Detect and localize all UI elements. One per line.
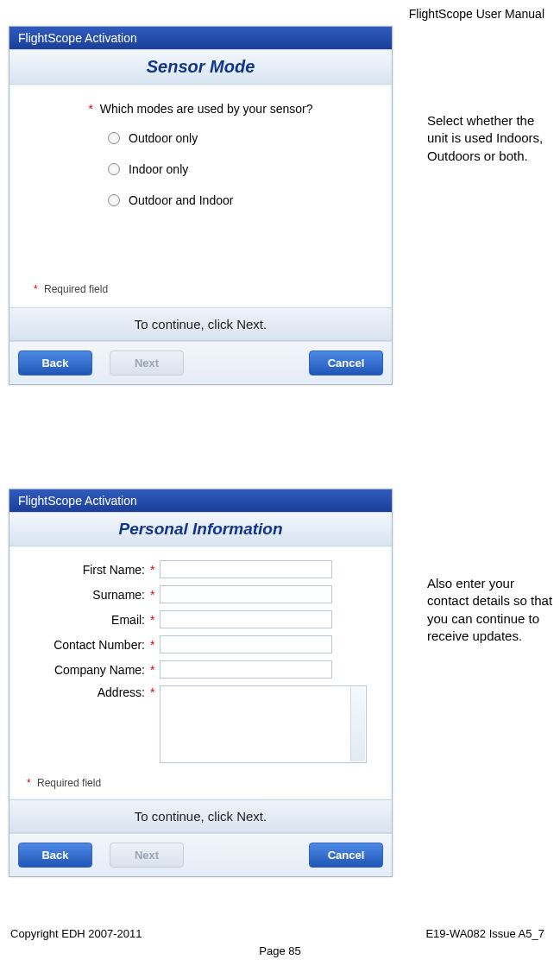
- radio-outdoor-and-indoor[interactable]: Outdoor and Indoor: [108, 193, 371, 207]
- dialog-titlebar: FlightScope Activation: [9, 27, 392, 49]
- radio-label: Outdoor only: [129, 131, 198, 145]
- label-company-name: Company Name:: [23, 663, 148, 677]
- dialog-sensor-mode: FlightScope Activation Sensor Mode * Whi…: [9, 26, 393, 385]
- required-star-icon: *: [150, 613, 154, 627]
- row-contact-number: Contact Number: *: [23, 635, 378, 653]
- input-company-name[interactable]: [160, 660, 332, 679]
- radio-icon: [108, 194, 120, 206]
- input-surname[interactable]: [160, 585, 332, 603]
- dialog-personal-info: FlightScope Activation Personal Informat…: [9, 489, 393, 877]
- required-star-icon: *: [150, 588, 154, 602]
- required-note-text: Required field: [37, 777, 101, 789]
- required-note-text: Required field: [44, 283, 108, 295]
- back-button[interactable]: Back: [18, 843, 92, 868]
- next-button[interactable]: Next: [110, 843, 184, 868]
- radio-group-sensor-mode: Outdoor only Indoor only Outdoor and Ind…: [30, 131, 371, 207]
- dialog-body: * Which modes are used by your sensor? O…: [11, 86, 390, 306]
- side-text-sensor-mode: Select whether the unit is used Indoors,…: [427, 112, 557, 165]
- button-group-left: Back Next: [18, 843, 184, 868]
- radio-label: Outdoor and Indoor: [129, 193, 233, 207]
- row-first-name: First Name: *: [23, 560, 378, 578]
- label-address: Address:: [23, 685, 148, 699]
- footer-page: Page 85: [0, 944, 560, 957]
- required-star-icon: *: [150, 663, 154, 677]
- required-star-icon: *: [150, 638, 154, 652]
- radio-icon: [108, 163, 120, 175]
- button-bar: Back Next Cancel: [9, 341, 392, 384]
- page-header: FlightScope User Manual: [409, 7, 544, 21]
- required-note: * Required field: [30, 276, 371, 299]
- label-contact-number: Contact Number:: [23, 638, 148, 652]
- sensor-mode-question: * Which modes are used by your sensor?: [30, 102, 371, 116]
- row-address: Address: *: [23, 685, 378, 763]
- required-star-icon: *: [150, 685, 154, 699]
- back-button[interactable]: Back: [18, 350, 92, 376]
- radio-icon: [108, 132, 120, 144]
- input-email[interactable]: [160, 610, 332, 628]
- cancel-button[interactable]: Cancel: [309, 350, 383, 376]
- footer-issue: E19-WA082 Issue A5_7: [425, 927, 544, 940]
- row-surname: Surname: *: [23, 585, 378, 603]
- cancel-button[interactable]: Cancel: [309, 843, 383, 868]
- form-rows: First Name: * Surname: * Email: * Contac…: [23, 560, 378, 763]
- footer-copyright: Copyright EDH 2007-2011: [10, 927, 142, 940]
- continue-bar: To continue, click Next.: [9, 799, 392, 833]
- continue-bar: To continue, click Next.: [9, 307, 392, 341]
- radio-indoor-only[interactable]: Indoor only: [108, 162, 371, 176]
- label-email: Email:: [23, 613, 148, 627]
- side-text-personal-info: Also enter your contact details so that …: [427, 575, 557, 645]
- button-bar: Back Next Cancel: [9, 833, 392, 876]
- radio-label: Indoor only: [129, 162, 188, 176]
- radio-outdoor-only[interactable]: Outdoor only: [108, 131, 371, 145]
- input-first-name[interactable]: [160, 560, 332, 578]
- input-address[interactable]: [160, 685, 367, 763]
- section-header-sensor-mode: Sensor Mode: [9, 49, 392, 85]
- button-group-left: Back Next: [18, 350, 184, 376]
- required-note: * Required field: [23, 770, 378, 792]
- required-star-icon: *: [27, 777, 31, 789]
- required-star-icon: *: [150, 563, 154, 577]
- row-sensor-mode: FlightScope Activation Sensor Mode * Whi…: [9, 26, 557, 385]
- label-first-name: First Name:: [23, 563, 148, 577]
- row-email: Email: *: [23, 610, 378, 628]
- dialog-titlebar: FlightScope Activation: [9, 489, 392, 512]
- required-star-icon: *: [88, 102, 92, 116]
- required-star-icon: *: [34, 283, 38, 295]
- label-surname: Surname:: [23, 588, 148, 602]
- row-company-name: Company Name: *: [23, 660, 378, 679]
- next-button[interactable]: Next: [110, 350, 184, 376]
- section-header-personal-info: Personal Information: [9, 512, 392, 546]
- row-personal-info: FlightScope Activation Personal Informat…: [9, 489, 557, 877]
- input-contact-number[interactable]: [160, 635, 332, 653]
- question-text: Which modes are used by your sensor?: [100, 102, 313, 116]
- dialog-body: First Name: * Surname: * Email: * Contac…: [11, 548, 390, 798]
